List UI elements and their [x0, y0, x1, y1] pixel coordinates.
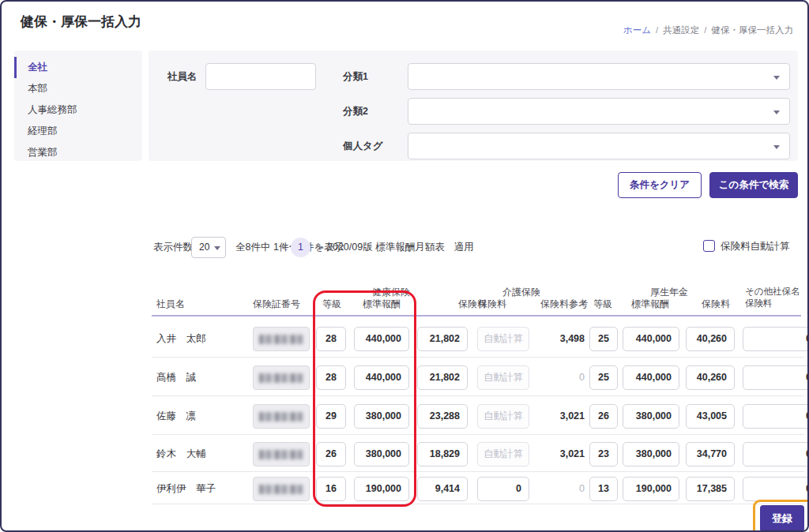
health-grade-input[interactable]: 28 [316, 365, 346, 390]
pension-grade-input[interactable]: 23 [589, 442, 618, 466]
chevron-down-icon [214, 246, 220, 250]
department-sidebar: 全社 本部 人事総務部 経理部 営業部 [14, 51, 142, 161]
annotation-red-box [313, 290, 416, 507]
health-grade-input[interactable]: 29 [316, 404, 346, 429]
pension-premium-input[interactable]: 43,005 [686, 404, 735, 429]
sidebar-item-headquarters[interactable]: 本部 [14, 78, 142, 99]
pension-premium-input[interactable]: 40,260 [686, 327, 735, 351]
clear-conditions-button[interactable]: 条件をクリア [618, 172, 702, 198]
health-monthly-input[interactable]: 380,000 [354, 442, 409, 466]
health-grade-input[interactable]: 26 [316, 442, 346, 466]
breadcrumb-home-link[interactable]: ホーム [623, 25, 651, 35]
chevron-down-icon [773, 145, 780, 149]
care-premium-reference: 0 [536, 477, 585, 501]
column-header-employee-name: 社員名 [156, 298, 185, 311]
per-page-label: 表示件数 [153, 237, 193, 258]
table-row: 髙橋 誠 28 440,000 21,802 自動計算 0 25 440,000… [2, 365, 809, 390]
health-monthly-input[interactable]: 440,000 [354, 327, 409, 351]
column-header-other-premium: 保険料 [745, 298, 773, 309]
pension-monthly-input[interactable]: 380,000 [623, 442, 679, 466]
per-page-value: 20 [199, 242, 209, 253]
insurance-number-masked [253, 477, 310, 501]
care-premium-input[interactable]: 0 [477, 477, 529, 501]
category1-label: 分類1 [343, 63, 368, 90]
health-premium-input[interactable]: 18,829 [417, 442, 468, 466]
table-header-divider [152, 315, 801, 317]
category1-select[interactable] [408, 63, 790, 90]
category2-label: 分類2 [343, 98, 368, 125]
health-monthly-input[interactable]: 440,000 [354, 365, 409, 390]
app-window: 健保・厚保一括入力 ホーム/共通設定/健保・厚保一括入力 全社 本部 人事総務部… [0, 0, 809, 532]
page-title: 健保・厚保一括入力 [21, 13, 141, 31]
care-premium-reference: 3,021 [536, 404, 585, 429]
insurance-number-masked [253, 327, 310, 351]
search-button[interactable]: この条件で検索 [709, 172, 798, 198]
pension-grade-input[interactable]: 13 [589, 477, 618, 501]
pagination-prev-button[interactable]: < [278, 237, 291, 258]
care-premium-input-disabled: 自動計算 [477, 404, 529, 429]
pension-monthly-input[interactable]: 440,000 [623, 365, 679, 390]
other-premium-input[interactable]: 0 [743, 365, 809, 390]
table-row: 佐藤 凛 29 380,000 23,288 自動計算 3,021 26 380… [2, 404, 809, 429]
auto-calc-checkbox-label: 保険料自動計算 [721, 237, 790, 256]
category2-select[interactable] [408, 98, 790, 125]
pension-monthly-input[interactable]: 190,000 [623, 477, 679, 501]
employee-name-label: 社員名 [167, 63, 198, 90]
pension-premium-input[interactable]: 17,385 [686, 477, 735, 501]
table-row: 伊利伊 華子 16 190,000 9,414 0 0 13 190,000 1… [2, 477, 809, 501]
pension-monthly-input[interactable]: 440,000 [623, 327, 679, 351]
masked-value [259, 373, 303, 383]
pension-premium-input[interactable]: 40,260 [686, 365, 735, 390]
auto-calc-checkbox[interactable] [703, 240, 715, 252]
pension-grade-input[interactable]: 25 [589, 365, 618, 390]
other-premium-input[interactable]: 0 [743, 442, 809, 466]
employee-name: 入井 太郎 [156, 327, 245, 351]
breadcrumb-level2: 共通設定 [663, 25, 699, 35]
masked-value [259, 450, 303, 459]
insurance-number-masked [253, 442, 310, 466]
health-monthly-input[interactable]: 190,000 [354, 477, 409, 501]
employee-name-input[interactable] [205, 63, 316, 90]
pagination-page-1[interactable]: 1 [291, 238, 310, 257]
health-premium-input[interactable]: 21,802 [417, 327, 468, 351]
masked-value [259, 335, 303, 344]
pension-monthly-input[interactable]: 380,000 [623, 404, 679, 429]
row-divider [152, 504, 804, 504]
sidebar-item-hr-general-affairs[interactable]: 人事総務部 [14, 99, 142, 121]
employee-name: 髙橋 誠 [156, 365, 245, 390]
other-premium-input[interactable]: 0 [743, 327, 809, 351]
sidebar-item-all-company[interactable]: 全社 [14, 57, 142, 78]
breadcrumb-separator: / [704, 25, 706, 35]
pension-grade-input[interactable]: 25 [589, 327, 618, 351]
column-header-pension-premium: 保険料 [678, 298, 730, 311]
care-premium-reference: 3,498 [536, 327, 585, 351]
health-grade-input[interactable]: 28 [316, 327, 346, 351]
column-header-pension-grade: 等級 [588, 298, 618, 311]
search-filter-panel: 社員名 分類1 分類2 個人タグ [149, 51, 798, 161]
row-divider [152, 357, 804, 358]
pension-premium-input[interactable]: 34,770 [686, 442, 735, 466]
column-header-insurance-number: 保険証番号 [253, 298, 300, 311]
health-monthly-input[interactable]: 380,000 [354, 404, 409, 429]
sidebar-item-sales[interactable]: 営業部 [14, 142, 142, 163]
personal-tag-label: 個人タグ [343, 133, 383, 159]
masked-value [259, 485, 303, 494]
health-premium-input[interactable]: 9,414 [417, 477, 468, 501]
other-premium-input[interactable]: 0 [743, 404, 809, 429]
health-premium-input[interactable]: 21,802 [417, 365, 468, 390]
register-button[interactable]: 登録 [760, 505, 804, 532]
sidebar-item-accounting[interactable]: 経理部 [14, 121, 142, 142]
column-header-care-premium-reference: 保険料参考 [532, 298, 588, 311]
breadcrumb-separator: / [656, 25, 658, 35]
per-page-select[interactable]: 20 [191, 237, 226, 258]
table-row: 入井 太郎 28 440,000 21,802 自動計算 3,498 25 44… [2, 327, 809, 351]
pagination-next-button[interactable]: > [314, 237, 327, 258]
health-grade-input[interactable]: 16 [316, 477, 346, 501]
table-row: 鈴木 大輔 26 380,000 18,829 自動計算 3,021 23 38… [2, 442, 809, 466]
health-premium-input[interactable]: 23,288 [417, 404, 468, 429]
personal-tag-select[interactable] [408, 133, 790, 159]
applied-label: 適用 [454, 242, 474, 253]
pension-grade-input[interactable]: 26 [589, 404, 618, 429]
masked-value [259, 412, 303, 421]
other-premium-input[interactable]: 0 [743, 477, 809, 501]
